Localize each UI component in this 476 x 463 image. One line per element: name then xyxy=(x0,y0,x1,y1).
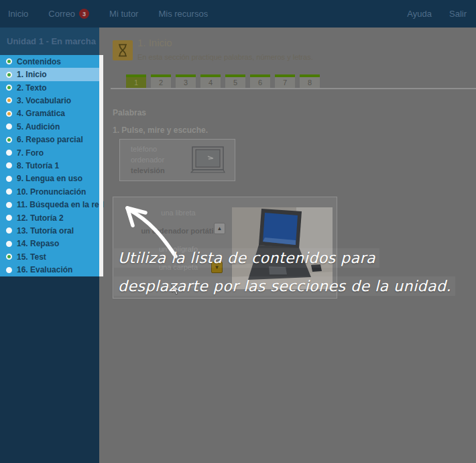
sidebar-item-label: 16. Evaluación xyxy=(17,265,72,274)
page-tab-label: 2 xyxy=(159,79,163,87)
sidebar-item[interactable]: 16. Evaluación xyxy=(0,264,99,276)
word-label: un bolígrafo xyxy=(159,245,198,253)
spotlight-border xyxy=(99,55,103,276)
page-tab[interactable]: 1 xyxy=(126,74,146,88)
page-tab[interactable]: 8 xyxy=(300,74,320,88)
word-option[interactable]: un bolígrafo xyxy=(125,240,231,258)
scroll-up-button[interactable]: ▲ xyxy=(214,223,225,234)
nav-item[interactable]: Ayuda xyxy=(390,9,432,19)
status-dot-icon xyxy=(6,85,12,91)
nav-item[interactable]: Inicio xyxy=(8,9,39,19)
nav-item-label: Mi tutor xyxy=(109,9,138,19)
sidebar-item[interactable]: 7. Foro xyxy=(0,146,99,159)
page-tab[interactable]: 4 xyxy=(200,74,221,88)
tv-illustration xyxy=(190,146,227,178)
sidebar-item[interactable]: 8. Tutoría 1 xyxy=(0,159,99,172)
sidebar-item-label: 9. Lengua en uso xyxy=(17,174,82,183)
sidebar-item[interactable]: Contenidos xyxy=(0,55,99,68)
sidebar-item[interactable]: 5. Audición xyxy=(0,120,99,133)
page-tab-label: 3 xyxy=(184,79,188,87)
sidebar-item-label: 6. Repaso parcial xyxy=(17,135,83,144)
sidebar-item[interactable]: 2. Texto xyxy=(0,81,99,94)
word-label: televisión xyxy=(131,166,165,174)
page-tab-label: 8 xyxy=(308,79,312,87)
page-tab[interactable]: 2 xyxy=(151,74,171,88)
lesson-content: 1. Inicio En esta sección practique pala… xyxy=(99,28,476,463)
page-tab-label: 5 xyxy=(233,79,237,87)
unit-sidebar: Unidad 1 - En marcha Contenidos 1. Inici… xyxy=(0,28,99,463)
unit-title: Unidad 1 - En marcha xyxy=(0,28,99,55)
page-tab-label: 1 xyxy=(134,79,138,87)
sidebar-item-label: 7. Foro xyxy=(17,148,44,158)
word-label: un ordenador portátil xyxy=(141,227,215,235)
sidebar-item[interactable]: 14. Repaso xyxy=(0,238,99,250)
status-dot-icon xyxy=(6,111,12,117)
sidebar-item-label: 14. Repaso xyxy=(17,239,59,248)
nav-item[interactable]: Mis recursos xyxy=(158,9,219,19)
sidebar-item[interactable]: 4. Gramática xyxy=(0,107,99,120)
nav-item[interactable]: Mi tutor xyxy=(109,9,149,19)
status-dot-icon xyxy=(6,150,12,156)
status-dot-icon xyxy=(6,202,12,208)
nav-item[interactable]: Correo 3 xyxy=(48,9,100,19)
sidebar-item[interactable]: 15. Test xyxy=(0,250,99,263)
page-tab-label: 7 xyxy=(283,79,287,87)
sidebar-item[interactable]: 12. Tutoría 2 xyxy=(0,211,99,224)
sidebar-item-label: Contenidos xyxy=(17,57,61,66)
word-label: teléfono xyxy=(131,145,157,153)
contents-list: Contenidos 1. Inicio 2. Texto 3. Vocabul… xyxy=(0,55,99,276)
status-dot-icon xyxy=(6,189,12,195)
top-nav-right: Ayuda Salir xyxy=(390,9,476,19)
mail-count-badge: 3 xyxy=(79,9,89,19)
sidebar-item-label: 5. Audición xyxy=(17,122,60,132)
word-option[interactable]: una libreta xyxy=(125,204,231,222)
laptop-photo xyxy=(232,207,333,289)
sidebar-item-label: 3. Vocabulario xyxy=(17,96,71,105)
sidebar-item[interactable]: 9. Lengua en uso xyxy=(0,172,99,185)
status-dot-icon xyxy=(6,267,12,273)
top-nav-left: Inicio Correo 3 Mi tutor Mis recursos xyxy=(0,9,228,19)
sidebar-item[interactable]: 3. Vocabulario xyxy=(0,94,99,107)
word-option[interactable]: teléfono xyxy=(131,144,165,154)
page-tab[interactable]: 7 xyxy=(275,74,295,88)
word-list-2: una libreta un ordenador portátil un bol… xyxy=(125,204,231,295)
page-tab[interactable]: 5 xyxy=(225,74,245,88)
sidebar-item[interactable]: 1. Inicio xyxy=(0,68,99,81)
word-option[interactable]: televisión xyxy=(131,165,165,176)
exercise-box-2: una libreta un ordenador portátil un bol… xyxy=(113,197,337,299)
word-option[interactable]: ordenador xyxy=(131,154,165,165)
status-dot-icon xyxy=(6,58,12,64)
mouse-cursor-icon xyxy=(171,283,180,295)
page-tab[interactable]: 3 xyxy=(176,74,196,88)
status-dot-icon xyxy=(6,227,12,234)
sidebar-item[interactable]: 10. Pronunciación xyxy=(0,185,99,198)
sidebar-item-label: 11. Búsqueda en la red xyxy=(17,200,104,209)
page-tab-label: 6 xyxy=(258,79,262,87)
exercise-box-1: teléfono ordenador televisión xyxy=(119,139,235,181)
sidebar-item-label: 8. Tutoría 1 xyxy=(17,161,59,170)
hourglass-icon xyxy=(113,40,133,60)
status-dot-icon xyxy=(6,123,12,130)
status-dot-icon xyxy=(6,162,12,168)
status-dot-icon xyxy=(6,176,12,182)
word-label: ordenador xyxy=(131,156,164,164)
nav-item-label: Mis recursos xyxy=(158,9,208,19)
exercise-instruction: 1. Pulse, mire y escuche. xyxy=(113,125,208,135)
page-tab[interactable]: 6 xyxy=(250,74,270,88)
down-arrow-icon: ▼ xyxy=(215,264,220,270)
nav-item[interactable]: Salir xyxy=(432,9,467,19)
nav-item-label: Inicio xyxy=(8,9,28,19)
status-dot-icon xyxy=(6,97,12,103)
sidebar-item-label: 10. Pronunciación xyxy=(17,187,86,197)
sidebar-item[interactable]: 11. Búsqueda en la red xyxy=(0,198,99,211)
status-dot-icon xyxy=(6,137,12,143)
page-tab-label: 4 xyxy=(209,79,213,87)
tabs-divider xyxy=(111,88,476,89)
sidebar-item[interactable]: 13. Tutoría oral xyxy=(0,224,99,237)
scroll-down-button[interactable]: ▼ xyxy=(211,262,223,273)
sidebar-item[interactable]: 6. Repaso parcial xyxy=(0,133,99,146)
sidebar-item-label: 2. Texto xyxy=(17,83,46,93)
sidebar-item-label: 13. Tutoría oral xyxy=(17,226,74,236)
status-dot-icon xyxy=(6,241,12,247)
status-dot-icon xyxy=(6,254,12,260)
